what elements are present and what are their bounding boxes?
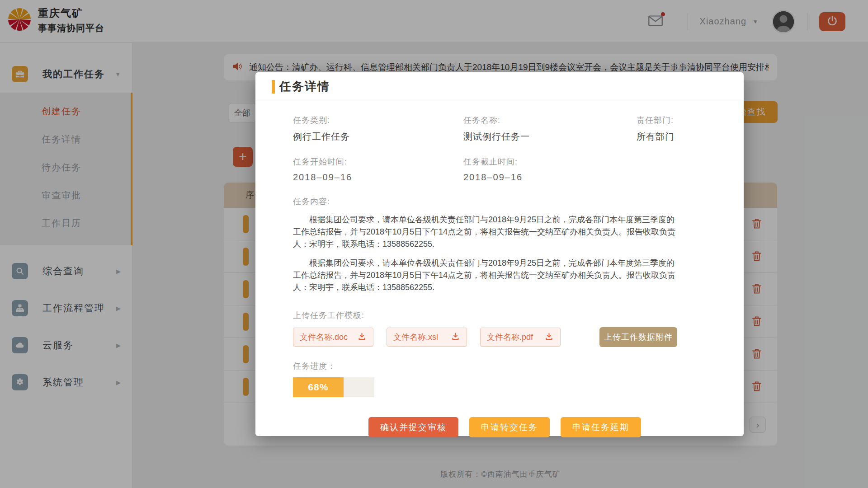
task-content-label: 任务内容: <box>293 196 717 207</box>
field-value-department: 所有部门 <box>637 131 717 143</box>
field-label-end-date: 任务截止时间: <box>463 156 637 167</box>
progress-label: 任务进度： <box>293 361 717 371</box>
field-label-department: 责任部门: <box>637 115 717 126</box>
modal-header: 任务详情 <box>255 72 744 101</box>
progress-bar: 68% <box>293 377 374 397</box>
download-icon <box>544 332 554 343</box>
template-upload-label: 上传任务工作模板: <box>293 310 717 321</box>
field-value-end-date: 2018–09–16 <box>463 172 637 183</box>
task-detail-modal: 任务详情 任务类别: 例行工作任务 任务名称: 测试例行任务一 责任部门: 所有… <box>255 72 744 436</box>
delay-task-button[interactable]: 申请任务延期 <box>561 417 641 437</box>
modal-title: 任务详情 <box>279 79 330 94</box>
file-chip-xsl[interactable]: 文件名称.xsl <box>387 328 467 347</box>
file-chip-pdf[interactable]: 文件名称.pdf <box>480 328 561 347</box>
field-value-task-name: 测试例行任务一 <box>463 131 637 143</box>
file-name: 文件名称.doc <box>300 332 348 343</box>
progress-fill: 68% <box>293 377 344 397</box>
transfer-task-button[interactable]: 申请转交任务 <box>469 417 550 437</box>
download-icon <box>357 332 367 343</box>
task-content-paragraph: 根据集团公司要求，请本单位各级机关责任部门与2018年9月25日之前，完成各部门… <box>293 214 682 250</box>
field-value-category: 例行工作任务 <box>293 131 463 143</box>
upload-attachment-button[interactable]: 上传工作数据附件 <box>599 327 677 347</box>
confirm-submit-button[interactable]: 确认并提交审核 <box>368 417 458 437</box>
file-chip-doc[interactable]: 文件名称.doc <box>293 328 373 347</box>
file-name: 文件名称.xsl <box>393 332 438 343</box>
field-value-start-date: 2018–09–16 <box>293 172 463 183</box>
title-accent-bar <box>272 80 275 94</box>
field-label-category: 任务类别: <box>293 115 463 126</box>
field-label-start-date: 任务开始时间: <box>293 156 463 167</box>
field-label-task-name: 任务名称: <box>463 115 637 126</box>
file-name: 文件名称.pdf <box>487 332 533 343</box>
download-icon <box>451 332 460 343</box>
task-content-paragraph: 根据集团公司要求，请本单位各级机关责任部门与2018年9月25日之前，完成各部门… <box>293 257 682 294</box>
